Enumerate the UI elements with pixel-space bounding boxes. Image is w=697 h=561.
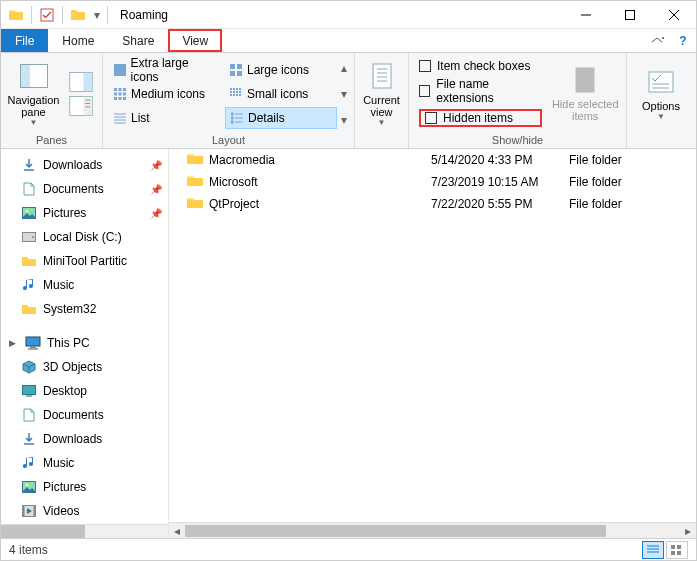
hide-selected-button: Hide selected items bbox=[550, 57, 620, 129]
layout-details[interactable]: Details bbox=[225, 107, 337, 129]
file-type: File folder bbox=[569, 153, 696, 167]
statusbar: 4 items bbox=[1, 538, 696, 560]
maximize-button[interactable] bbox=[608, 1, 652, 29]
svg-rect-33 bbox=[230, 91, 232, 93]
nav-tree[interactable]: Downloads📌 Documents📌 Pictures📌 Local Di… bbox=[1, 149, 169, 538]
file-date: 7/22/2020 5:55 PM bbox=[431, 197, 569, 211]
folder-icon bbox=[187, 152, 203, 168]
svg-rect-31 bbox=[236, 88, 238, 90]
layout-list[interactable]: List bbox=[109, 107, 221, 129]
ribbon: Navigation pane ▼ Panes Extra large icon… bbox=[1, 53, 696, 149]
svg-rect-17 bbox=[237, 64, 242, 69]
nav-system32[interactable]: System32 bbox=[1, 297, 168, 321]
file-date: 7/23/2019 10:15 AM bbox=[431, 175, 569, 189]
pin-icon: 📌 bbox=[150, 208, 162, 219]
folder-icon bbox=[187, 196, 203, 212]
nav-desktop[interactable]: Desktop bbox=[1, 379, 168, 403]
layout-medium[interactable]: Medium icons bbox=[109, 83, 221, 105]
pc-icon bbox=[25, 335, 41, 351]
file-list[interactable]: Macromedia5/14/2020 4:33 PMFile folderMi… bbox=[169, 149, 696, 538]
nav-pictures2[interactable]: Pictures bbox=[1, 475, 168, 499]
nav-music2[interactable]: Music bbox=[1, 451, 168, 475]
svg-rect-11 bbox=[84, 96, 92, 114]
music-icon bbox=[21, 277, 37, 293]
svg-rect-23 bbox=[114, 92, 117, 95]
pictures-icon bbox=[21, 479, 37, 495]
svg-rect-16 bbox=[230, 64, 235, 69]
svg-rect-7 bbox=[21, 65, 30, 87]
nav-documents2[interactable]: Documents bbox=[1, 403, 168, 427]
svg-rect-34 bbox=[233, 91, 235, 93]
layout-extra-large[interactable]: Extra large icons bbox=[109, 59, 221, 81]
svg-rect-56 bbox=[576, 68, 594, 92]
tab-view[interactable]: View bbox=[168, 29, 222, 52]
qat-newfolder-icon[interactable] bbox=[67, 4, 89, 26]
pin-icon: 📌 bbox=[150, 160, 162, 171]
checkbox-icon bbox=[419, 85, 430, 97]
svg-rect-29 bbox=[230, 88, 232, 90]
group-label-showhide: Show/hide bbox=[409, 134, 626, 148]
group-label-panes: Panes bbox=[1, 134, 102, 148]
nav-thispc[interactable]: ▶This PC bbox=[1, 331, 168, 355]
svg-rect-25 bbox=[123, 92, 126, 95]
close-button[interactable] bbox=[652, 1, 696, 29]
tab-home[interactable]: Home bbox=[48, 29, 108, 52]
nav-pictures[interactable]: Pictures📌 bbox=[1, 201, 168, 225]
svg-rect-82 bbox=[677, 551, 681, 555]
videos-icon bbox=[21, 503, 37, 519]
svg-rect-22 bbox=[123, 88, 126, 91]
folder-icon bbox=[21, 301, 37, 317]
nav-scrollbar[interactable] bbox=[1, 523, 168, 538]
current-view-button[interactable]: Current view ▼ bbox=[357, 58, 406, 130]
qat-dropdown-icon[interactable]: ▾ bbox=[91, 4, 103, 26]
nav-music[interactable]: Music bbox=[1, 273, 168, 297]
check-file-extensions[interactable]: File name extensions bbox=[419, 77, 542, 105]
3d-icon bbox=[21, 359, 37, 375]
nav-3dobjects[interactable]: 3D Objects bbox=[1, 355, 168, 379]
view-large-button[interactable] bbox=[666, 541, 688, 559]
nav-documents[interactable]: Documents📌 bbox=[1, 177, 168, 201]
layout-scroll[interactable]: ▴▾▾ bbox=[339, 61, 348, 127]
scroll-left-icon[interactable]: ◂ bbox=[169, 524, 185, 538]
tab-share[interactable]: Share bbox=[108, 29, 168, 52]
nav-localdisk[interactable]: Local Disk (C:) bbox=[1, 225, 168, 249]
check-hidden-items[interactable]: Hidden items bbox=[419, 109, 542, 127]
svg-rect-18 bbox=[230, 71, 235, 76]
svg-rect-51 bbox=[373, 64, 391, 88]
options-button[interactable]: Options ▼ bbox=[633, 58, 689, 130]
svg-rect-40 bbox=[239, 94, 241, 96]
svg-rect-80 bbox=[677, 545, 681, 549]
nav-videos[interactable]: Videos bbox=[1, 499, 168, 523]
file-row[interactable]: Macromedia5/14/2020 4:33 PMFile folder bbox=[169, 149, 696, 171]
help-icon[interactable]: ? bbox=[670, 29, 696, 52]
file-row[interactable]: Microsoft7/23/2019 10:15 AMFile folder bbox=[169, 171, 696, 193]
files-scrollbar[interactable]: ◂ ▸ bbox=[169, 522, 696, 538]
download-icon bbox=[21, 157, 37, 173]
preview-pane-button[interactable] bbox=[66, 58, 96, 130]
scroll-right-icon[interactable]: ▸ bbox=[680, 524, 696, 538]
navigation-pane-button[interactable]: Navigation pane ▼ bbox=[7, 58, 60, 130]
svg-rect-30 bbox=[233, 88, 235, 90]
svg-rect-79 bbox=[671, 545, 675, 549]
svg-rect-9 bbox=[84, 72, 92, 90]
layout-small[interactable]: Small icons bbox=[225, 83, 337, 105]
minimize-ribbon-icon[interactable] bbox=[644, 29, 670, 52]
svg-point-62 bbox=[26, 210, 29, 213]
svg-rect-24 bbox=[119, 92, 122, 95]
nav-downloads[interactable]: Downloads📌 bbox=[1, 153, 168, 177]
tab-file[interactable]: File bbox=[1, 29, 48, 52]
nav-minitool[interactable]: MiniTool Partitic bbox=[1, 249, 168, 273]
layout-large[interactable]: Large icons bbox=[225, 59, 337, 81]
qat-folder-icon[interactable] bbox=[5, 4, 27, 26]
check-item-checkboxes[interactable]: Item check boxes bbox=[419, 59, 542, 73]
svg-rect-27 bbox=[119, 97, 122, 100]
nav-downloads2[interactable]: Downloads bbox=[1, 427, 168, 451]
file-row[interactable]: QtProject7/22/2020 5:55 PMFile folder bbox=[169, 193, 696, 215]
view-details-button[interactable] bbox=[642, 541, 664, 559]
pin-icon: 📌 bbox=[150, 184, 162, 195]
qat-properties-icon[interactable] bbox=[36, 4, 58, 26]
minimize-button[interactable] bbox=[564, 1, 608, 29]
drive-icon bbox=[21, 229, 37, 245]
chevron-right-icon[interactable]: ▶ bbox=[9, 338, 19, 348]
svg-rect-81 bbox=[671, 551, 675, 555]
